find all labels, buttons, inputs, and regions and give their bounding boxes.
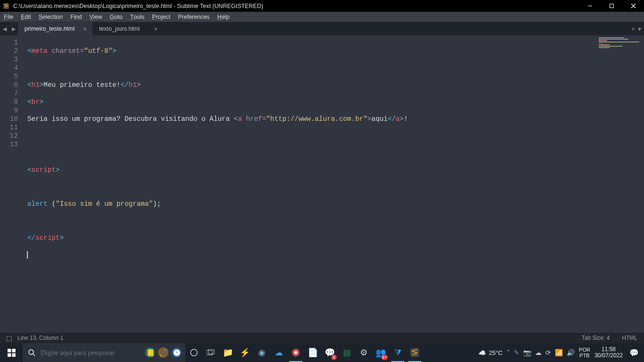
status-bar: Line 13, Column 1 Tab Size: 4 HTML <box>0 333 644 343</box>
steam-icon[interactable]: ◉ <box>253 343 270 362</box>
power-automate-icon[interactable]: ⚡ <box>236 343 253 362</box>
system-tray: ☁️25°C ˄ ✎ 📷 ☁ ⟳ 📶 🔊 POR PTB 11:58 30/07… <box>478 343 644 362</box>
menu-goto[interactable]: Goto <box>106 12 126 22</box>
editor[interactable]: 1 2 3 4 5 6 7 8 9 10 11 12 13 <meta char… <box>0 35 644 333</box>
tab-label: primeiro_teste.html <box>25 25 75 32</box>
menu-preferences[interactable]: Preferences <box>174 12 213 22</box>
code-line-9 <box>27 183 644 191</box>
svg-point-11 <box>191 349 197 356</box>
svg-point-16 <box>294 351 297 354</box>
onedrive-icon[interactable]: ☁ <box>535 349 542 356</box>
svg-rect-6 <box>12 349 15 352</box>
nav-back-icon[interactable]: ◀ <box>0 22 9 35</box>
tab-texto-puro[interactable]: texto_puro.html × <box>92 22 163 35</box>
task-view-icon[interactable] <box>202 343 219 362</box>
highlight-icon[interactable]: 🖊️ <box>158 347 168 358</box>
code-line-7 <box>27 149 644 157</box>
search-input[interactable] <box>41 349 145 357</box>
action-center-icon[interactable]: 💬 <box>627 348 641 357</box>
window-titlebar: C:\Users\alano.menezes\Desktop\Logica\pr… <box>0 0 644 12</box>
volume-icon[interactable]: 🔊 <box>567 349 575 356</box>
menu-bar: File Edit Selection Find View Goto Tools… <box>0 12 644 22</box>
svg-rect-2 <box>610 4 613 8</box>
code-line-8: <script> <box>27 166 644 174</box>
svg-rect-7 <box>8 353 11 356</box>
app-icon[interactable]: ☁ <box>270 343 287 362</box>
menu-project[interactable]: Project <box>148 12 174 22</box>
code-line-2 <box>27 64 644 72</box>
syntax-mode[interactable]: HTML <box>622 335 637 341</box>
tab-close-icon[interactable]: × <box>145 25 158 33</box>
nav-forward-icon[interactable]: ▶ <box>9 22 18 35</box>
svg-point-9 <box>29 350 33 354</box>
minimize-button[interactable] <box>579 0 601 12</box>
svg-line-10 <box>33 354 35 356</box>
taskbar-search[interactable]: 📒 🖊️ 🕑 <box>23 343 185 362</box>
menu-find[interactable]: Find <box>67 12 85 22</box>
code-line-10: alert ("Isso sim é um programa"); <box>27 200 644 208</box>
svg-rect-8 <box>12 353 15 356</box>
code-area[interactable]: <meta charset="utf-8"> <h1>Meu primeiro … <box>23 35 644 333</box>
weather-widget[interactable]: ☁️25°C <box>478 349 502 356</box>
file-explorer-icon[interactable]: 📁 <box>219 343 236 362</box>
panel-switcher-icon[interactable] <box>7 336 12 341</box>
code-line-6 <box>27 132 644 140</box>
window-title: C:\Users\alano.menezes\Desktop\Logica\pr… <box>11 3 579 9</box>
menu-selection[interactable]: Selection <box>35 12 67 22</box>
cortana-icon[interactable] <box>185 343 202 362</box>
search-icon <box>23 349 41 356</box>
taskbar-apps: 📁 ⚡ ◉ ☁ 📄 💬8 ▦ ⚙ 👥9+ ⧩ <box>185 343 423 362</box>
settings-icon[interactable]: ⚙ <box>355 343 372 362</box>
windows-taskbar: 📒 🖊️ 🕑 📁 ⚡ ◉ ☁ 📄 💬8 ▦ ⚙ 👥9+ ⧩ ☁️25°C ˄ ✎… <box>0 343 644 362</box>
code-line-11 <box>27 217 644 225</box>
tray-camera-icon[interactable]: 📷 <box>523 349 531 356</box>
search-highlights: 📒 🖊️ 🕑 <box>145 347 185 358</box>
tab-close-icon[interactable]: × <box>75 25 87 33</box>
code-line-3: <h1>Meu primeiro teste!</h1> <box>27 81 644 89</box>
start-button[interactable] <box>0 343 23 362</box>
chrome-icon[interactable] <box>287 343 304 362</box>
teams-icon[interactable]: 👥9+ <box>372 343 389 362</box>
vscode-icon[interactable]: ⧩ <box>389 343 406 362</box>
tab-label: texto_puro.html <box>99 25 140 32</box>
code-line-4: <br> <box>27 98 644 106</box>
minimap[interactable] <box>599 37 641 56</box>
svg-rect-17 <box>410 348 419 357</box>
tray-chevron-icon[interactable]: ˄ <box>507 349 510 356</box>
tray-app-icon[interactable]: ✎ <box>514 349 519 356</box>
menu-file[interactable]: File <box>0 12 17 22</box>
new-tab-icon[interactable]: + <box>631 25 635 33</box>
sublime-app-icon <box>1 1 11 11</box>
menu-edit[interactable]: Edit <box>17 12 35 22</box>
code-line-13 <box>27 251 644 259</box>
code-line-1: <meta charset="utf-8"> <box>27 47 644 55</box>
excel-icon[interactable]: ▦ <box>338 343 355 362</box>
cursor-position[interactable]: Line 13, Column 1 <box>17 335 63 341</box>
tab-bar: ◀ ▶ primeiro_teste.html × texto_puro.htm… <box>0 22 644 35</box>
menu-help[interactable]: Help <box>214 12 234 22</box>
clock[interactable]: 11:58 30/07/2022 <box>594 346 623 359</box>
tab-size[interactable]: Tab Size: 4 <box>582 335 610 341</box>
tab-menu-icon[interactable]: ▾ <box>638 25 641 33</box>
wifi-icon[interactable]: 📶 <box>555 349 563 356</box>
tray-sync-icon[interactable]: ⟳ <box>545 349 551 356</box>
app-notes-icon[interactable]: 📄 <box>304 343 321 362</box>
close-button[interactable] <box>622 0 644 12</box>
weather-icon: ☁️ <box>478 349 486 356</box>
code-line-5: Seria isso um programa? Descubra visitan… <box>27 115 644 123</box>
tab-primeiro-teste[interactable]: primeiro_teste.html × <box>18 22 92 35</box>
gutter: 1 2 3 4 5 6 7 8 9 10 11 12 13 <box>0 35 23 333</box>
menu-view[interactable]: View <box>85 12 106 22</box>
highlight-icon[interactable]: 🕑 <box>171 347 182 358</box>
maximize-button[interactable] <box>601 0 622 12</box>
code-line-12: </script> <box>27 234 644 242</box>
whatsapp-icon[interactable]: 💬8 <box>321 343 338 362</box>
text-cursor <box>27 251 28 259</box>
sublime-taskbar-icon[interactable] <box>406 343 423 362</box>
svg-rect-5 <box>8 349 11 352</box>
language-indicator[interactable]: POR PTB <box>579 347 590 358</box>
menu-tools[interactable]: Tools <box>126 12 149 22</box>
highlight-icon[interactable]: 📒 <box>145 347 155 358</box>
